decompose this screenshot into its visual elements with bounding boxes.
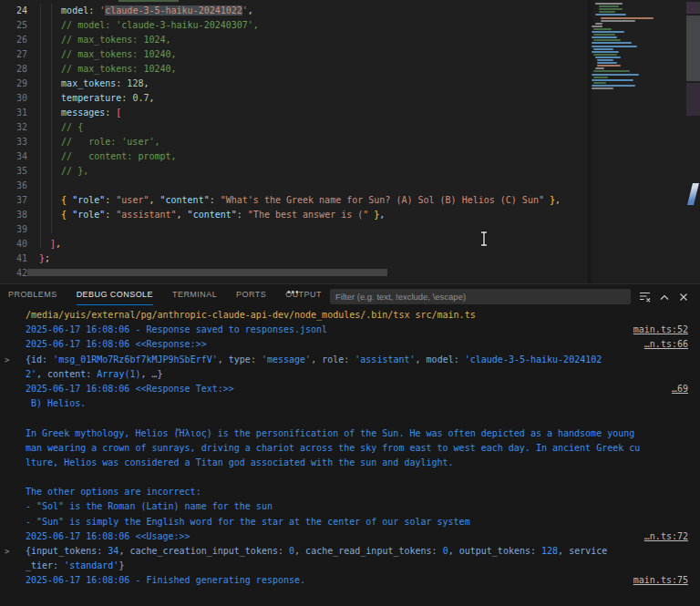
minimap-line (592, 85, 635, 87)
line-content[interactable] (27, 222, 39, 237)
overview-ruler-decoration (686, 2, 700, 14)
source-location-link[interactable]: …n.ts:66 (644, 337, 688, 352)
line-number: 41 (0, 252, 27, 266)
vscode-window: 24 model: 'claude-3-5-haiku-20241022',25… (0, 0, 700, 606)
line-number: 34 (0, 149, 27, 164)
minimap-line (593, 34, 615, 36)
line-number: 35 (0, 164, 27, 179)
minimap-line (592, 51, 619, 53)
source-location-link[interactable]: …69 (672, 382, 688, 396)
line-number: 25 (0, 18, 27, 33)
panel-tabs: PROBLEMSDEBUG CONSOLETERMINALPORTSOUTPUT (8, 290, 322, 305)
editor-vertical-scrollbar[interactable] (686, 0, 700, 283)
console-row (0, 411, 700, 426)
expand-object-icon[interactable]: > (5, 353, 9, 367)
code-line[interactable]: 35 // }, (0, 164, 576, 179)
code-line[interactable]: 37 { "role": "user", "content": "What's … (0, 193, 576, 208)
line-content[interactable]: // max_tokens: 1024, (27, 33, 171, 47)
line-content[interactable]: // model: 'claude-3-haiku-20240307', (27, 18, 259, 33)
minimap-line (595, 3, 623, 5)
console-row: 2025-06-17 16:08:06 - Finished generatin… (0, 573, 700, 588)
console-row: >{id: 'msg_01RMo7Rz6bf7kMJP9hSbErfV', ty… (0, 353, 700, 367)
line-content[interactable]: model: 'claude-3-5-haiku-20241022', (27, 4, 253, 18)
source-location-link[interactable]: …n.ts:72 (644, 529, 688, 544)
minimap[interactable] (588, 0, 686, 283)
more-actions-icon[interactable]: ••• (287, 287, 300, 297)
code-line[interactable]: 31 messages: [ (0, 106, 576, 120)
code-editor[interactable]: 24 model: 'claude-3-5-haiku-20241022',25… (0, 0, 700, 283)
minimap-line (597, 65, 621, 67)
code-line[interactable]: 36 (0, 179, 576, 193)
expand-object-icon[interactable]: > (5, 544, 9, 559)
minimap-line (595, 14, 626, 15)
code-line[interactable]: 30 temperature: 0.7, (0, 91, 576, 106)
mouse-ibeam-cursor (479, 231, 489, 251)
clear-console-icon[interactable] (639, 291, 651, 303)
line-content[interactable]: max_tokens: 128, (27, 77, 149, 91)
minimap-line (599, 11, 615, 13)
line-content[interactable]: temperature: 0.7, (27, 91, 154, 106)
clipped-previous-line (118, 0, 179, 2)
code-line[interactable]: 25 // model: 'claude-3-haiku-20240307', (0, 18, 576, 33)
minimap-line (595, 56, 621, 58)
code-lines[interactable]: 24 model: 'claude-3-5-haiku-20241022',25… (0, 4, 576, 281)
console-row: 2025-06-17 16:08:06 <<Response Text:>>…6… (0, 382, 700, 396)
line-content[interactable]: // role: 'user', (27, 135, 160, 149)
line-content[interactable]: ], (27, 237, 61, 252)
panel-tab-terminal[interactable]: TERMINAL (172, 290, 217, 305)
bottom-panel: PROBLEMSDEBUG CONSOLETERMINALPORTSOUTPUT… (0, 283, 700, 606)
scrollbar-thumb[interactable] (686, 15, 700, 81)
source-location-link[interactable]: main.ts:75 (633, 573, 688, 588)
line-content[interactable]: // max_tokens: 10240, (27, 47, 177, 62)
console-row: /media/yuis/external/pg/anthropic-claude… (0, 308, 700, 323)
overview-ruler-decoration (687, 183, 699, 205)
close-panel-icon[interactable] (678, 292, 689, 303)
code-line[interactable]: 38 { "role": "assistant", "content": "Th… (0, 208, 576, 222)
minimap-line (592, 46, 637, 47)
code-line[interactable]: 27 // max_tokens: 10240, (0, 47, 576, 62)
line-content[interactable]: }; (27, 252, 50, 266)
line-content[interactable]: { "role": "user", "content": "What's the… (27, 193, 561, 208)
line-content[interactable]: { "role": "assistant", "content": "The b… (27, 208, 385, 222)
code-line[interactable]: 33 // role: 'user', (0, 135, 576, 149)
code-line[interactable]: 41}; (0, 252, 576, 266)
panel-tab-debug-console[interactable]: DEBUG CONSOLE (77, 290, 153, 305)
minimap-line (601, 20, 635, 22)
minimap-line (599, 8, 623, 10)
panel-tab-problems[interactable]: PROBLEMS (8, 290, 57, 305)
line-number: 40 (0, 237, 27, 252)
minimap-line (593, 28, 612, 30)
panel-tab-ports[interactable]: PORTS (236, 290, 266, 305)
minimap-line (593, 70, 630, 72)
panel-actions (639, 291, 689, 303)
line-content[interactable] (27, 179, 39, 193)
code-line[interactable]: 40 ], (0, 237, 576, 252)
line-content[interactable]: // content: prompt, (27, 149, 177, 164)
line-number: 31 (0, 106, 27, 120)
code-line[interactable]: 34 // content: prompt, (0, 149, 576, 164)
editor-horizontal-scrollbar[interactable] (27, 269, 387, 276)
line-content[interactable]: // max_tokens: 10240, (27, 62, 177, 77)
line-number: 29 (0, 77, 27, 91)
line-number: 39 (0, 222, 27, 237)
line-content[interactable]: // { (27, 120, 83, 135)
code-line[interactable]: 32 // { (0, 120, 576, 135)
console-row (0, 470, 700, 485)
code-line[interactable]: 29 max_tokens: 128, (0, 77, 576, 91)
code-line[interactable]: 39 (0, 222, 576, 237)
code-line[interactable]: 24 model: 'claude-3-5-haiku-20241022', (0, 4, 576, 18)
maximize-panel-icon[interactable] (659, 292, 670, 303)
line-content[interactable]: messages: [ (27, 106, 121, 120)
line-content[interactable]: // }, (27, 164, 88, 179)
source-location-link[interactable]: main.ts:52 (633, 323, 688, 337)
console-row: 2025-06-17 16:08:06 <<Response:>>…n.ts:6… (0, 337, 700, 352)
minimap-line (593, 48, 613, 50)
console-row: man wearing a crown of sunrays, driving … (0, 441, 700, 456)
code-line[interactable]: 26 // max_tokens: 1024, (0, 33, 576, 47)
console-filter-input[interactable] (330, 289, 631, 304)
minimap-line (592, 36, 617, 38)
minimap-line (597, 62, 617, 64)
debug-console-output[interactable]: /media/yuis/external/pg/anthropic-claude… (0, 308, 700, 606)
console-row: lture, Helios was considered a Titan god… (0, 456, 700, 470)
code-line[interactable]: 28 // max_tokens: 10240, (0, 62, 576, 77)
